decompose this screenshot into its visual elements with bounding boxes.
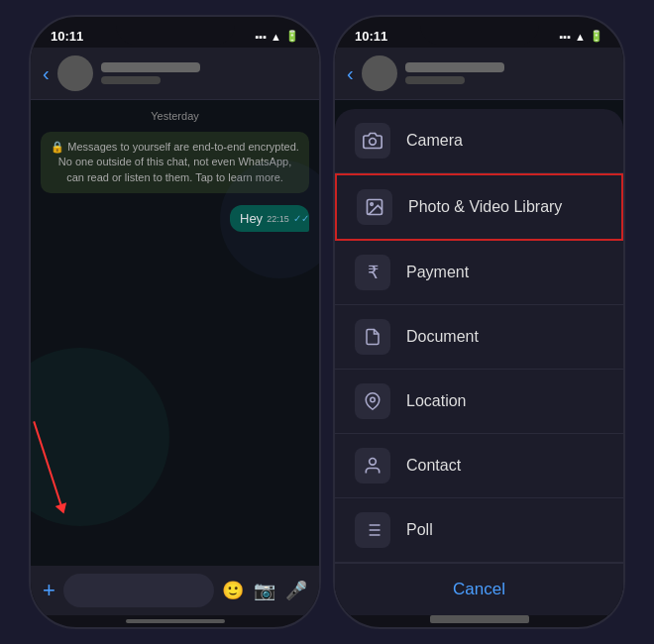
contact-sub-bar [101, 76, 161, 84]
svg-point-0 [370, 139, 377, 146]
back-button-right[interactable]: ‹ [347, 62, 354, 85]
battery-icon-right: 🔋 [590, 30, 603, 43]
avatar [57, 55, 93, 91]
wifi-icon: ▲ [271, 31, 281, 43]
avatar-right [362, 55, 397, 91]
time: 10:11 [51, 29, 83, 44]
contact-info-right [405, 62, 611, 84]
svg-point-4 [370, 459, 377, 466]
plus-button[interactable]: + [43, 578, 55, 603]
payment-label: Payment [406, 264, 469, 281]
message-input[interactable] [63, 574, 214, 607]
home-bar [126, 619, 225, 623]
back-button[interactable]: ‹ [43, 62, 50, 85]
wifi-icon-right: ▲ [575, 31, 586, 43]
contact-label: Contact [406, 457, 461, 475]
camera-menu-icon [355, 123, 390, 159]
menu-item-contact[interactable]: Contact [335, 434, 623, 498]
location-label: Location [406, 392, 467, 410]
cancel-button[interactable]: Cancel [335, 563, 623, 615]
menu-item-payment[interactable]: ₹ Payment [335, 241, 623, 305]
mic-icon[interactable]: 🎤 [285, 580, 307, 601]
chat-body-right: Yesterday 🔒 Messages to yourself are end… [335, 100, 623, 615]
chat-body: Yesterday 🔒 Messages to yourself are end… [31, 100, 319, 566]
contact-sub-bar-right [405, 76, 465, 84]
attachment-menu: Camera Photo & Video Library ₹ Payment [335, 109, 623, 615]
photo-video-menu-icon [357, 189, 392, 225]
contact-menu-icon [355, 448, 390, 483]
bg-circle-1 [31, 348, 169, 526]
left-phone: 10:11 ▪▪▪ ▲ 🔋 ‹ Yesterday 🔒 Messages to … [29, 15, 321, 629]
camera-label: Camera [406, 132, 463, 150]
menu-item-location[interactable]: Location [335, 370, 623, 434]
location-menu-icon [355, 383, 390, 419]
time-right: 10:11 [355, 29, 387, 44]
sticker-icon[interactable]: 🙂 [222, 580, 244, 601]
svg-point-3 [371, 397, 376, 402]
camera-input-icon[interactable]: 📷 [254, 580, 275, 601]
payment-menu-icon: ₹ [355, 255, 390, 290]
photo-video-label: Photo & Video Library [408, 198, 562, 216]
menu-item-poll[interactable]: Poll [335, 498, 623, 563]
status-icons-right: ▪▪▪ ▲ 🔋 [559, 30, 603, 43]
menu-item-document[interactable]: Document [335, 305, 623, 370]
signal-icon-right: ▪▪▪ [559, 31, 571, 43]
status-icons: ▪▪▪ ▲ 🔋 [255, 30, 299, 43]
right-phone: 10:11 ▪▪▪ ▲ 🔋 ‹ Yesterday 🔒 Messages to … [333, 15, 625, 629]
menu-item-camera[interactable]: Camera [335, 109, 623, 173]
date-label: Yesterday [41, 110, 309, 122]
home-bar-right [430, 615, 529, 623]
signal-icon: ▪▪▪ [255, 31, 267, 43]
notch [116, 17, 235, 45]
document-menu-icon [355, 319, 390, 355]
contact-name-bar [101, 62, 200, 72]
contact-name-bar-right [405, 62, 504, 72]
contact-info [101, 62, 307, 84]
input-icons: 🙂 📷 🎤 [222, 580, 307, 601]
chat-header: ‹ [31, 48, 319, 100]
poll-menu-icon [355, 512, 390, 548]
svg-point-2 [371, 203, 374, 206]
menu-item-photo-video[interactable]: Photo & Video Library [335, 173, 623, 241]
poll-label: Poll [406, 521, 433, 539]
input-bar: + 🙂 📷 🎤 [31, 566, 319, 615]
battery-icon: 🔋 [285, 30, 299, 43]
notch-right [420, 17, 539, 45]
chat-header-right: ‹ [335, 48, 623, 100]
document-label: Document [406, 328, 479, 346]
